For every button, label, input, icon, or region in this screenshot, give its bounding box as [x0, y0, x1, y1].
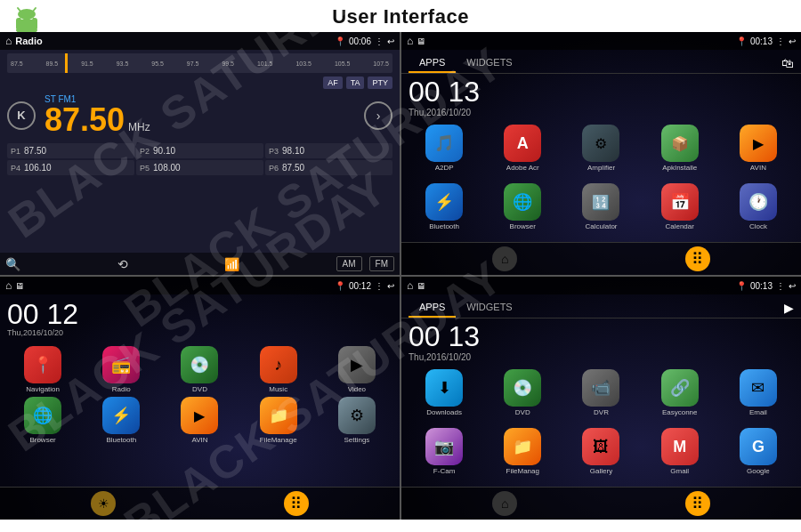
app-label-video: Video [348, 385, 366, 393]
home-icon-home[interactable]: ⌂ [5, 279, 12, 292]
app-video[interactable]: ▶ Video [320, 346, 394, 393]
tab-apps2[interactable]: APPS [409, 298, 456, 318]
dock-apps-screen2[interactable]: ⠿ [685, 246, 710, 271]
time-apps: 00:13 [750, 36, 773, 46]
clock-time-apps2: 00 13 [409, 322, 480, 351]
app-apkinstaller[interactable]: 📦 ApkInstalle [643, 125, 717, 180]
apps2-grid: ⬇ Downloads 💿 DVD 📹 DVR 🔗 Easyconne ✉ [401, 366, 801, 487]
app-radio[interactable]: 📻 Radio [84, 346, 158, 393]
app-email[interactable]: ✉ Email [721, 369, 796, 424]
back-icon[interactable]: ↩ [387, 36, 394, 46]
app-adobe[interactable]: A Adobe Acr [485, 125, 560, 180]
signal-icon[interactable]: 📶 [224, 257, 239, 271]
tab-apps[interactable]: APPS [409, 53, 456, 73]
app-filemanager-home[interactable]: 📁 FileManage [241, 397, 316, 444]
home-icon-apps[interactable]: ⌂ [407, 35, 413, 47]
app-clock[interactable]: 🕐 Clock [721, 183, 796, 238]
app-icon-fcam: 📷 [425, 428, 463, 465]
app-navigation[interactable]: 📍 Navigation [5, 346, 80, 393]
app-label-easyconnect: Easyconne [662, 408, 698, 416]
app-avin-home[interactable]: ▶ AVIN [162, 397, 237, 444]
screen-icon-apps: 🖥 [417, 36, 425, 46]
app-settings-home[interactable]: ⚙ Settings [320, 397, 394, 444]
screen-apps: ⌂ 🖥 📍 00:13 ⋮ ↩ APPS WIDGETS 🛍 00 13 [401, 32, 801, 275]
app-calculator[interactable]: 🔢 Calculator [563, 183, 638, 238]
dock-apps-apps2[interactable]: ⠿ [685, 491, 710, 516]
app-google[interactable]: G Google [721, 428, 796, 483]
fm-button[interactable]: FM [369, 256, 394, 271]
ta-button[interactable]: TA [346, 77, 365, 89]
app-bluetooth[interactable]: ⚡ Bluetooth [407, 183, 481, 238]
tab-widgets[interactable]: WIDGETS [456, 53, 522, 73]
am-button[interactable]: AM [336, 256, 362, 271]
app-music[interactable]: ♪ Music [241, 346, 316, 393]
home-icon-apps2[interactable]: ⌂ [407, 279, 413, 292]
bag-icon[interactable]: 🛍 [781, 56, 794, 70]
status-bar-apps: ⌂ 🖥 📍 00:13 ⋮ ↩ [401, 32, 801, 50]
app-dvd2[interactable]: 💿 DVD [485, 369, 560, 424]
app-label-gallery: Gallery [590, 467, 612, 475]
app-amplifier[interactable]: ⚙ Amplifier [563, 125, 638, 180]
bag-icon-apps2[interactable]: ▶ [784, 301, 794, 315]
app-label-dvd: DVD [192, 385, 207, 393]
pty-button[interactable]: PTY [368, 77, 392, 89]
preset-2[interactable]: P2 90.10 [136, 143, 263, 158]
home-icon[interactable]: ⌂ [5, 35, 12, 47]
menu-icon-apps[interactable]: ⋮ [776, 36, 785, 46]
repeat-icon[interactable]: ⟲ [117, 257, 128, 271]
radio-bottom-bar: 🔍 ⟲ 📶 AM FM [0, 253, 400, 275]
back-icon-apps2[interactable]: ↩ [789, 281, 796, 291]
tab-widgets2[interactable]: WIDGETS [456, 298, 522, 318]
location-icon-apps: 📍 [736, 36, 747, 46]
app-label-navigation: Navigation [26, 385, 60, 393]
app-gmail[interactable]: M Gmail [643, 428, 717, 483]
app-icon-calendar: 📅 [661, 183, 699, 221]
af-button[interactable]: AF [323, 77, 343, 89]
menu-icon-home[interactable]: ⋮ [375, 281, 384, 291]
screen-icon-home: 🖥 [15, 281, 24, 291]
menu-icon[interactable]: ⋮ [375, 36, 384, 46]
dock-nav-apps2[interactable]: ⌂ [492, 491, 517, 516]
preset-4[interactable]: P4 106.10 [7, 160, 134, 175]
radio-k-button[interactable]: K [7, 101, 36, 130]
bottom-dock-apps2: ⌂ ⠿ [401, 487, 801, 520]
preset-3[interactable]: P3 98.10 [265, 143, 392, 158]
app-dvd[interactable]: 💿 DVD [162, 346, 237, 393]
app-avin[interactable]: ▶ AVIN [721, 125, 796, 180]
menu-icon-apps2[interactable]: ⋮ [776, 281, 785, 291]
location-icon-apps2: 📍 [736, 281, 747, 291]
dock-apps-home[interactable]: ⠿ [284, 491, 309, 516]
app-label-google: Google [747, 467, 770, 475]
screen-icon-apps2: 🖥 [417, 281, 425, 291]
preset-5[interactable]: P5 108.00 [136, 160, 263, 175]
search-icon[interactable]: 🔍 [5, 257, 20, 271]
app-fcam[interactable]: 📷 F-Cam [407, 428, 481, 483]
app-label-bluetooth: Bluetooth [429, 222, 459, 230]
screen-apps2: ⌂ 🖥 📍 00:13 ⋮ ↩ APPS WIDGETS ▶ 00 13 [401, 277, 801, 520]
app-label-filemanager2: FileManag [506, 467, 539, 475]
app-browser[interactable]: 🌐 Browser [485, 183, 560, 238]
app-easyconnect[interactable]: 🔗 Easyconne [643, 369, 717, 424]
back-icon-home[interactable]: ↩ [387, 281, 394, 291]
app-icon-settings-home: ⚙ [338, 397, 376, 434]
app-calendar[interactable]: 📅 Calendar [643, 183, 717, 238]
app-browser-home[interactable]: 🌐 Browser [5, 397, 80, 444]
app-filemanager2[interactable]: 📁 FileManag [485, 428, 560, 483]
app-icon-email: ✉ [740, 369, 777, 407]
radio-freq-bar[interactable]: 87.5 89.5 91.5 93.5 95.5 97.5 99.5 101.5… [7, 53, 392, 73]
back-icon-apps[interactable]: ↩ [789, 36, 796, 46]
app-label-radio: Radio [112, 385, 131, 393]
preset-1[interactable]: P1 87.50 [7, 143, 134, 158]
app-downloads[interactable]: ⬇ Downloads [407, 369, 481, 424]
radio-presets: P1 87.50 P2 90.10 P3 98.10 P4 106.10 P5 [7, 143, 392, 175]
app-bluetooth-home[interactable]: ⚡ Bluetooth [84, 397, 158, 444]
app-dvr[interactable]: 📹 DVR [563, 369, 638, 424]
app-a2dp[interactable]: 🎵 A2DP [407, 125, 481, 180]
page-title: User Interface [332, 5, 469, 28]
dock-sun-home[interactable]: ☀ [91, 491, 116, 516]
dock-nav-screen2[interactable]: ⌂ [492, 246, 517, 271]
app-gallery[interactable]: 🖼 Gallery [563, 428, 638, 483]
app-label-dvr: DVR [594, 408, 609, 416]
preset-6[interactable]: P6 87.50 [265, 160, 392, 175]
radio-next-button[interactable]: › [364, 101, 392, 130]
